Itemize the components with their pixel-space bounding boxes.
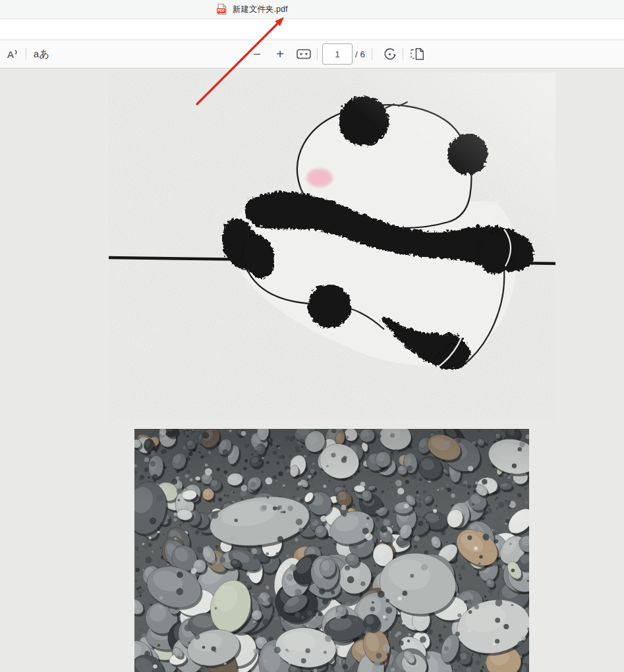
pebble-photo-canvas	[134, 429, 529, 672]
translate-button[interactable]: aあ	[30, 45, 53, 63]
svg-text:A: A	[7, 49, 14, 60]
pdf-toolbar: A aあ − + / 6	[0, 40, 624, 69]
pdf-tab[interactable]: PDF 新建文件夹.pdf	[216, 2, 287, 16]
toolbar-divider	[372, 49, 372, 60]
rotate-button[interactable]	[380, 45, 399, 63]
page-count-label: / 6	[355, 49, 365, 59]
toolbar-divider	[26, 49, 26, 60]
rotate-icon	[382, 47, 397, 62]
pdf-content-area[interactable]	[0, 69, 624, 672]
toolbar-divider	[403, 49, 403, 60]
edge-pdf-viewer-window: PDF 新建文件夹.pdf A aあ − +	[0, 0, 624, 672]
fit-to-width-icon	[297, 49, 311, 59]
page-view-button[interactable]	[408, 45, 428, 63]
read-aloud-button[interactable]: A	[4, 45, 22, 63]
zoom-in-button[interactable]: +	[271, 45, 289, 63]
pdf-tab-title: 新建文件夹.pdf	[233, 4, 287, 15]
pdf-page-image-panda	[109, 72, 555, 420]
page-number-input[interactable]	[322, 43, 353, 65]
pdf-page-image-pebbles	[134, 429, 529, 672]
secondary-bar	[0, 19, 624, 40]
page-view-icon	[410, 47, 426, 61]
svg-text:PDF: PDF	[217, 9, 225, 13]
toolbar-divider	[317, 49, 318, 60]
pdf-file-icon: PDF	[216, 3, 227, 15]
pdf-tab-bar: PDF 新建文件夹.pdf	[0, 0, 624, 19]
fit-to-width-button[interactable]	[294, 45, 314, 63]
zoom-out-button[interactable]: −	[248, 45, 266, 63]
